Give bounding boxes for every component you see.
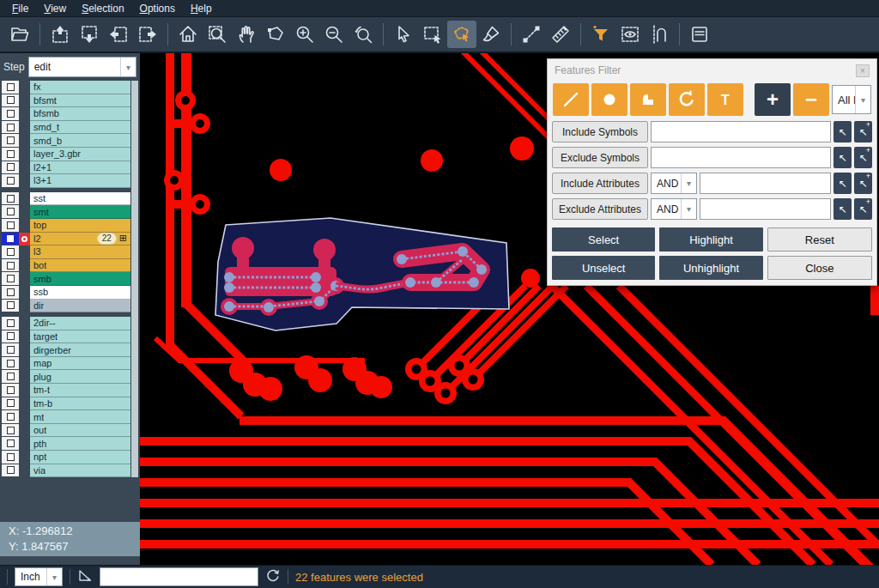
layer-name-bar[interactable]: map ⊞ <box>30 357 130 371</box>
layer-name-bar[interactable]: pth ⊞ <box>30 437 130 451</box>
layer-checkbox[interactable] <box>2 219 19 233</box>
layer-name-bar[interactable]: tm-t ⊞ <box>30 384 130 397</box>
layer-checkbox[interactable] <box>2 94 19 108</box>
menu-options[interactable]: Options <box>133 1 182 16</box>
layer-name-bar[interactable]: l2 22 ⊞ <box>30 233 130 246</box>
layer-row[interactable]: npt ⊞ <box>0 451 140 464</box>
pan-hand-button[interactable] <box>232 21 261 48</box>
clear-highlight-button[interactable] <box>476 21 506 48</box>
layer-row[interactable]: smd_b ⊞ <box>0 134 140 148</box>
layer-row[interactable]: l3+1 ⊞ <box>0 174 140 188</box>
layer-checkbox[interactable] <box>2 317 19 330</box>
layer-row[interactable]: bfsmb ⊞ <box>0 107 140 121</box>
pick-attribute-add-button[interactable]: ↖+ <box>854 198 872 220</box>
include-attributes-operator[interactable]: AND ▾ <box>651 173 697 194</box>
layer-checkbox[interactable] <box>2 343 19 357</box>
highlight-button[interactable]: Highlight <box>659 227 762 252</box>
pick-symbol-add-button[interactable]: ↖+ <box>854 121 872 142</box>
exclude-attributes-input[interactable] <box>700 198 831 220</box>
layer-checkbox[interactable] <box>2 330 19 344</box>
menu-selection[interactable]: Selection <box>75 1 130 16</box>
pick-attribute-add-button[interactable]: ↖+ <box>854 173 872 194</box>
show-hide-layers-button[interactable] <box>615 21 645 48</box>
layer-name-bar[interactable]: fx ⊞ <box>30 81 130 94</box>
layer-name-bar[interactable]: plug ⊞ <box>30 370 130 384</box>
include-attributes-button[interactable]: Include Attributes <box>552 173 648 194</box>
layer-checkbox[interactable] <box>2 272 19 286</box>
pick-symbol-add-button[interactable]: ↖+ <box>854 147 872 168</box>
include-attributes-input[interactable] <box>700 173 831 194</box>
layer-row[interactable]: smd_t ⊞ <box>0 121 140 135</box>
filter-arcs-button[interactable] <box>669 83 705 116</box>
layer-name-bar[interactable]: sst ⊞ <box>30 192 130 206</box>
layer-name-bar[interactable]: layer_3.gbr ⊞ <box>30 148 130 161</box>
layer-checkbox[interactable] <box>2 437 19 451</box>
select-polygon-button[interactable] <box>447 21 476 48</box>
layer-checkbox[interactable] <box>2 464 19 478</box>
layer-row[interactable]: ssb ⊞ <box>0 286 140 300</box>
snap-angle-icon[interactable] <box>77 567 93 586</box>
unit-select[interactable]: Inch ▾ <box>15 567 63 586</box>
layer-name-bar[interactable]: dir ⊞ <box>30 300 130 313</box>
layer-name-bar[interactable]: l3+1 ⊞ <box>30 174 130 188</box>
layer-name-bar[interactable]: bfsmb ⊞ <box>30 107 130 121</box>
profile-select[interactable]: All Profile ▾ <box>832 85 871 114</box>
layer-checkbox[interactable] <box>2 174 19 188</box>
layer-checkbox[interactable] <box>2 107 19 121</box>
layer-checkbox[interactable] <box>2 286 19 300</box>
layer-checkbox[interactable] <box>2 300 19 313</box>
layer-checkbox[interactable] <box>2 81 19 94</box>
layer-name-bar[interactable]: dirgerber ⊞ <box>30 343 130 357</box>
reset-button[interactable]: Reset <box>767 227 872 252</box>
select-button[interactable]: Select <box>552 227 655 252</box>
exclude-symbols-button[interactable]: Exclude Symbols <box>552 147 648 168</box>
features-filter-button[interactable] <box>586 21 615 48</box>
exclude-attributes-operator[interactable]: AND ▾ <box>651 198 697 220</box>
zoom-home-button[interactable] <box>173 21 203 48</box>
scroll-right-button[interactable] <box>133 21 162 48</box>
layer-row[interactable]: sst ⊞ <box>0 192 140 206</box>
pick-symbol-button[interactable]: ↖ <box>834 147 852 168</box>
layer-row[interactable]: top ⊞ <box>0 219 140 233</box>
select-button[interactable] <box>389 21 418 48</box>
scroll-down-button[interactable] <box>75 21 104 48</box>
layer-checkbox[interactable] <box>2 121 19 135</box>
layer-name-bar[interactable]: 2dir-- ⊞ <box>30 317 130 330</box>
layer-name-bar[interactable]: via ⊞ <box>30 464 130 478</box>
zoom-out-button[interactable] <box>319 21 349 48</box>
layer-checkbox[interactable] <box>2 424 19 438</box>
add-filter-button[interactable]: + <box>755 83 791 116</box>
unselect-button[interactable]: Unselect <box>552 256 655 280</box>
close-button[interactable]: Close <box>767 256 872 280</box>
layer-name-bar[interactable]: bfsmt ⊞ <box>30 94 130 108</box>
filter-text-button[interactable]: T <box>707 83 743 116</box>
filter-lines-button[interactable] <box>553 83 589 116</box>
layer-row[interactable]: dirgerber ⊞ <box>0 343 140 357</box>
layer-checkbox[interactable] <box>2 259 19 273</box>
layer-row[interactable]: tm-b ⊞ <box>0 397 140 411</box>
refresh-icon[interactable] <box>265 567 281 586</box>
layer-name-bar[interactable]: smd_t ⊞ <box>30 121 130 135</box>
layer-row[interactable]: layer_3.gbr ⊞ <box>0 148 140 161</box>
layer-name-bar[interactable]: npt ⊞ <box>30 451 130 464</box>
layer-row[interactable]: tm-t ⊞ <box>0 384 140 397</box>
layer-list-scrollbar[interactable] <box>131 81 138 477</box>
layer-row[interactable]: smb ⊞ <box>0 272 140 286</box>
pick-attribute-button[interactable]: ↖ <box>834 173 852 194</box>
layer-checkbox[interactable] <box>2 451 19 464</box>
layer-row[interactable]: bot ⊞ <box>0 259 140 273</box>
open-file-button[interactable] <box>5 21 34 48</box>
menu-view[interactable]: View <box>37 1 73 16</box>
layer-row[interactable]: smt ⊞ <box>0 205 140 219</box>
filter-pads-button[interactable] <box>591 83 627 116</box>
zoom-previous-button[interactable] <box>349 21 378 48</box>
layer-row[interactable]: 2dir-- ⊞ <box>0 317 140 330</box>
scroll-left-button[interactable] <box>104 21 133 48</box>
layer-name-bar[interactable]: smt ⊞ <box>30 205 130 219</box>
layer-checkbox[interactable] <box>2 205 19 219</box>
zoom-window-button[interactable] <box>203 21 232 48</box>
layer-row[interactable]: l2 22 ⊞ <box>0 233 140 246</box>
layer-name-bar[interactable]: smb ⊞ <box>30 272 130 286</box>
layer-checkbox[interactable] <box>2 357 19 371</box>
pick-symbol-button[interactable]: ↖ <box>834 121 852 142</box>
